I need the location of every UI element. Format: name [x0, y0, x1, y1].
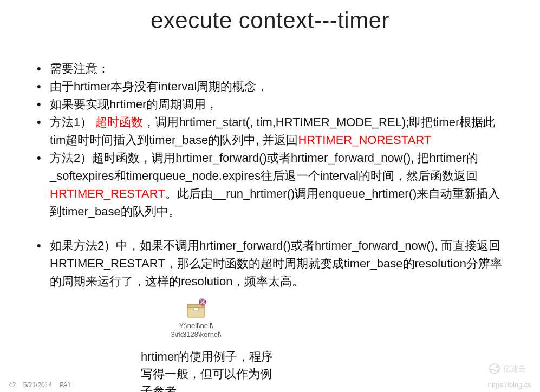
bottom-note: hrtimer的使用例子，程序写得一般，但可以作为例子参考。 [141, 348, 282, 392]
svg-point-5 [490, 364, 499, 374]
bullet-item: 方法2）超时函数，调用hrtimer_forward()或者hrtimer_fo… [32, 149, 508, 220]
footer-date: 5/21/2014 [23, 381, 52, 389]
bullet-item: 方法1） 超时函数，调用hrtimer_start(, tim,HRTIMER_… [32, 113, 508, 149]
file-path-line: Y:\neil\neil\ [179, 322, 213, 330]
text-highlight: HRTIMER_NORESTART [298, 133, 431, 147]
bullet-item: 如果方法2）中，如果不调用hrtimer_forward()或者hrtimer_… [32, 237, 508, 290]
text: 方法1） [50, 115, 92, 129]
slide-content: 需要注意： 由于hrtimer本身没有interval周期的概念， 如果要实现h… [0, 38, 540, 392]
slide-footer: 42 5/21/2014 PA1 [9, 381, 76, 389]
slide-title: execute context---timer [0, 0, 540, 38]
bullet-item: 如果要实现hrtimer的周期调用， [32, 95, 508, 113]
file-path-line: 3\rk3128\kernel\ [171, 330, 221, 338]
watermark-url: https://blog.cs [488, 381, 531, 389]
embedded-file[interactable]: Y:\neil\neil\ 3\rk3128\kernel\ [158, 298, 234, 338]
text-highlight: HRTIMER_RESTART [50, 187, 165, 200]
bullet-item: 需要注意： [32, 60, 508, 77]
package-file-icon [184, 298, 208, 319]
watermark-brand-text: 亿速云 [503, 365, 526, 373]
svg-rect-2 [194, 308, 198, 311]
text: 方法2）超时函数，调用hrtimer_forward()或者hrtimer_fo… [50, 151, 478, 182]
footer-label: PA1 [59, 381, 71, 389]
text-highlight: 超时函数 [95, 115, 143, 129]
page-number: 42 [9, 381, 16, 389]
bullet-list: 需要注意： 由于hrtimer本身没有interval周期的概念， 如果要实现h… [32, 60, 508, 220]
watermark-logo: 亿速云 [488, 363, 530, 377]
bullet-list: 如果方法2）中，如果不调用hrtimer_forward()或者hrtimer_… [32, 237, 508, 290]
file-path-label: Y:\neil\neil\ 3\rk3128\kernel\ [158, 322, 234, 338]
bullet-item: 由于hrtimer本身没有interval周期的概念， [32, 77, 508, 95]
svg-point-6 [496, 366, 498, 368]
